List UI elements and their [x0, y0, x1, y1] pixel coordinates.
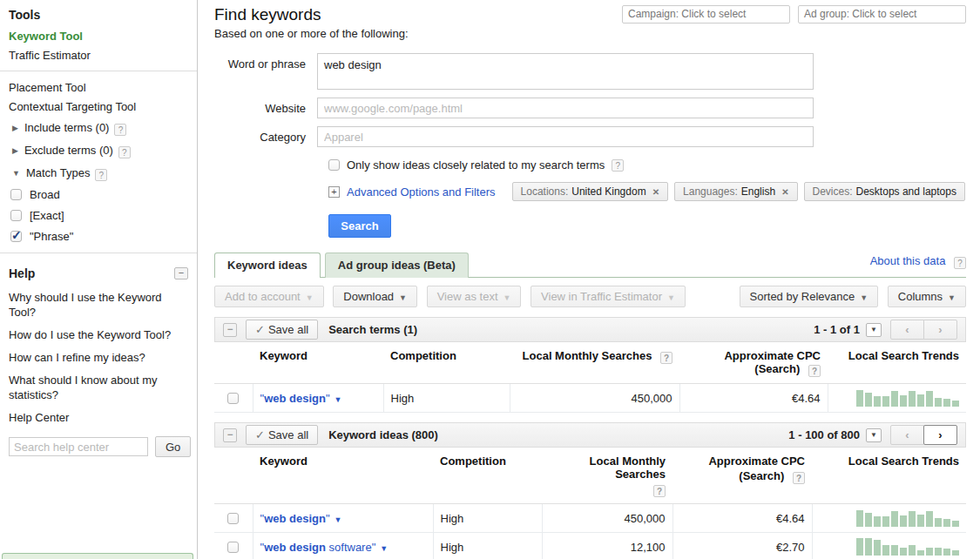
sidebar-item-placement-tool[interactable]: Placement Tool	[0, 77, 197, 97]
help-heading: Help	[9, 266, 35, 280]
remove-chip-icon[interactable]: ✕	[781, 187, 788, 197]
category-input[interactable]	[317, 126, 814, 147]
match-type-checkbox[interactable]	[10, 210, 22, 221]
match-type-label: [Exact]	[30, 209, 64, 222]
chevron-down-icon: ▼	[335, 395, 342, 404]
help-icon[interactable]: ?	[95, 169, 107, 181]
pagination-dropdown-icon[interactable]: ▼	[866, 428, 882, 442]
help-icon[interactable]: ?	[660, 352, 672, 364]
help-search-input[interactable]	[9, 437, 148, 456]
help-icon[interactable]: ?	[653, 485, 666, 497]
include-terms-toggle[interactable]: ▶Include terms (0)?	[0, 116, 197, 138]
search-button[interactable]: Search	[328, 214, 391, 238]
monthly-searches-cell: 450,000	[510, 384, 679, 413]
match-type-option: "Phrase"	[0, 226, 197, 246]
tab-keyword-ideas[interactable]: Keyword ideas	[214, 253, 321, 278]
remove-chip-icon[interactable]: ✕	[652, 187, 659, 197]
help-link[interactable]: Help Center	[0, 406, 197, 428]
table-row: "web design"▼High450,000€4.64	[214, 384, 966, 413]
help-links: Why should I use the Keyword Tool?How do…	[0, 286, 197, 428]
sidebar-item-traffic-estimator[interactable]: Traffic Estimator	[0, 45, 197, 64]
help-link[interactable]: How can I refine my ideas?	[0, 346, 197, 368]
website-input[interactable]	[317, 98, 814, 118]
pagination-range: 1 - 1 of 1	[814, 323, 860, 336]
word-or-phrase-input[interactable]: web design	[317, 53, 814, 90]
row-checkbox[interactable]	[227, 542, 239, 553]
check-icon: ✓	[255, 323, 265, 336]
app-window: Tools Keyword Tool Traffic Estimator Pla…	[0, 0, 980, 559]
help-link[interactable]: What should I know about my statistics?	[0, 368, 197, 406]
panel-title: Search terms (1)	[328, 323, 417, 336]
related-ideas-label: Only show ideas closely related to my se…	[347, 158, 605, 172]
advanced-options-link[interactable]: Advanced Options and Filters	[347, 185, 496, 199]
next-page-button[interactable]: ›	[923, 425, 957, 445]
collapse-icon[interactable]: −	[174, 267, 188, 280]
sort-button[interactable]: Sorted by Relevance▼	[740, 286, 879, 307]
help-icon[interactable]: ?	[612, 159, 624, 172]
word-or-phrase-label: Word or phrase	[214, 53, 317, 90]
download-button[interactable]: Download▼	[333, 286, 417, 307]
col-competition: Competition	[433, 448, 542, 504]
panel-title: Keyword ideas (800)	[328, 428, 438, 441]
search-terms-panel: − ✓Save all Search terms (1) 1 - 1 of 1 …	[214, 317, 966, 413]
chevron-down-icon: ▼	[399, 293, 407, 302]
help-link[interactable]: Why should I use the Keyword Tool?	[0, 286, 197, 323]
about-this-data-link[interactable]: About this data ?	[870, 254, 966, 269]
help-search-go-button[interactable]: Go	[155, 436, 191, 457]
prev-page-button[interactable]: ‹	[890, 425, 924, 445]
col-cpc: Approximate CPC (Search) ?	[672, 448, 812, 504]
chip-label: Locations:	[521, 185, 569, 198]
filter-chip[interactable]: Locations:United Kingdom✕	[512, 182, 668, 201]
search-terms-table: Keyword Competition Local Monthly Search…	[214, 342, 966, 412]
table-row: "web design software"▼High12,100€2.70	[214, 533, 966, 559]
adgroup-select[interactable]: Ad group: Click to select	[798, 5, 966, 24]
chevron-down-icon: ▼	[860, 293, 868, 302]
row-checkbox[interactable]	[227, 513, 239, 524]
view-in-traffic-estimator-button[interactable]: View in Traffic Estimator▼	[531, 286, 686, 307]
filter-chip[interactable]: Languages:English✕	[674, 182, 797, 201]
filter-chips: Locations:United Kingdom✕Languages:Engli…	[506, 182, 965, 201]
tab-adgroup-ideas[interactable]: Ad group ideas (Beta)	[325, 253, 469, 278]
match-type-checkbox[interactable]	[10, 189, 22, 200]
cpc-cell: €4.64	[679, 384, 828, 413]
help-icon[interactable]: ?	[114, 124, 126, 136]
prev-page-button[interactable]: ‹	[890, 320, 924, 340]
pagination-dropdown-icon[interactable]: ▼	[866, 323, 882, 337]
match-type-label: "Phrase"	[30, 230, 73, 243]
add-to-account-button[interactable]: Add to account▼	[214, 286, 324, 307]
help-link[interactable]: How do I use the Keyword Tool?	[0, 323, 197, 346]
view-as-text-button[interactable]: View as text▼	[427, 286, 522, 307]
help-icon[interactable]: ?	[954, 257, 966, 269]
save-all-button[interactable]: ✓Save all	[246, 425, 318, 445]
filter-chip[interactable]: Devices:Desktops and laptops	[804, 182, 965, 201]
keyword-link[interactable]: "web design"▼	[260, 392, 342, 405]
sidebar-item-keyword-tool[interactable]: Keyword Tool	[0, 26, 197, 45]
match-types-toggle[interactable]: ▼Match Types?	[0, 161, 197, 184]
expand-icon[interactable]: +	[328, 186, 340, 198]
columns-button[interactable]: Columns▼	[888, 286, 966, 307]
match-type-label: Broad	[30, 188, 60, 201]
category-label: Category	[214, 126, 317, 147]
monthly-searches-cell: 12,100	[542, 533, 672, 559]
exclude-terms-toggle[interactable]: ▶Exclude terms (0)?	[0, 138, 197, 161]
next-page-button[interactable]: ›	[923, 320, 957, 340]
help-icon[interactable]: ?	[793, 472, 805, 484]
col-searches: Local Monthly Searches ?	[510, 342, 679, 384]
keyword-link[interactable]: "web design"▼	[260, 512, 342, 525]
col-trends: Local Search Trends	[812, 448, 966, 504]
collapse-icon[interactable]: −	[223, 428, 237, 442]
help-icon[interactable]: ?	[118, 146, 131, 158]
campaign-select[interactable]: Campaign: Click to select	[622, 5, 790, 24]
notification-stub	[2, 553, 193, 559]
col-competition: Competition	[383, 342, 510, 384]
related-ideas-checkbox[interactable]	[328, 159, 340, 171]
help-icon[interactable]: ?	[808, 365, 821, 377]
collapse-icon[interactable]: −	[223, 323, 237, 337]
match-type-checkbox[interactable]	[10, 231, 22, 242]
chevron-down-icon: ▼	[667, 293, 675, 302]
website-label: Website	[214, 98, 317, 118]
sidebar-item-contextual-targeting-tool[interactable]: Contextual Targeting Tool	[0, 97, 197, 116]
save-all-button[interactable]: ✓Save all	[246, 320, 318, 340]
row-checkbox[interactable]	[227, 393, 239, 404]
keyword-link[interactable]: "web design software"▼	[260, 541, 389, 554]
